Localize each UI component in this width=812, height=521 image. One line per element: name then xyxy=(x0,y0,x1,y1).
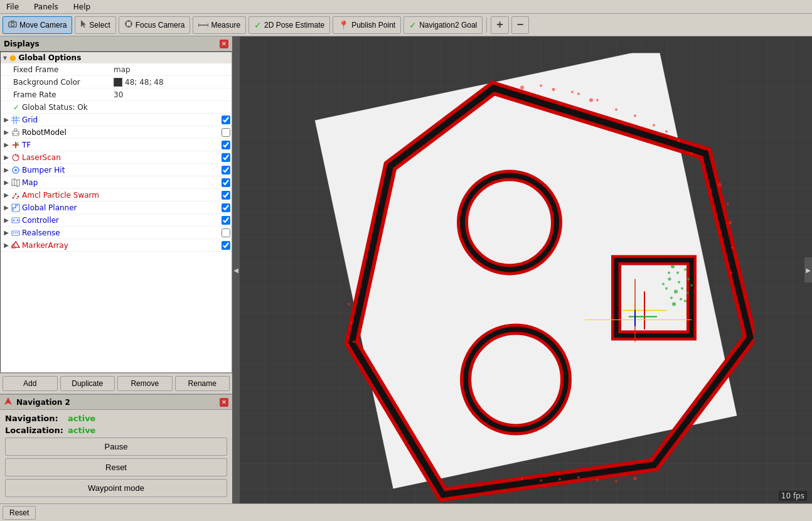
minus-button[interactable]: − xyxy=(511,16,530,34)
svg-point-104 xyxy=(634,114,636,117)
map-item[interactable]: ▶ Map xyxy=(1,176,232,189)
rename-button[interactable]: Rename xyxy=(175,376,230,391)
svg-point-87 xyxy=(729,221,732,224)
robot-model-item[interactable]: ▶ RobotModel xyxy=(1,126,232,139)
menu-panels[interactable]: Panels xyxy=(30,1,62,13)
nav-close-button[interactable]: ✕ xyxy=(220,398,228,407)
svg-point-79 xyxy=(684,299,686,302)
tf-checkbox[interactable] xyxy=(222,141,230,149)
2d-pose-label: 2D Pose Estimate xyxy=(264,21,324,30)
realsense-expand[interactable]: ▶ xyxy=(2,228,11,237)
navigation-status: active xyxy=(68,414,95,423)
measure-label: Measure xyxy=(211,21,240,30)
menu-help[interactable]: Help xyxy=(70,1,94,13)
publish-point-button[interactable]: 📍 Publish Point xyxy=(333,16,401,34)
global-planner-checkbox[interactable] xyxy=(222,203,230,212)
add-button[interactable]: Add xyxy=(3,376,58,391)
grid-icon xyxy=(11,115,21,125)
pause-button[interactable]: Pause xyxy=(5,438,227,456)
controller-checkbox[interactable] xyxy=(222,216,230,225)
svg-point-68 xyxy=(674,289,678,293)
menu-file[interactable]: File xyxy=(3,1,23,13)
measure-button[interactable]: Measure xyxy=(193,16,246,34)
focus-camera-button[interactable]: Focus Camera xyxy=(119,16,191,34)
svg-point-92 xyxy=(596,478,599,481)
svg-point-93 xyxy=(577,476,580,478)
svg-point-99 xyxy=(353,340,355,343)
marker-array-item[interactable]: ▶ MarkerArray xyxy=(1,239,232,252)
robot-model-checkbox[interactable] xyxy=(222,128,230,137)
bumper-hit-checkbox[interactable] xyxy=(222,166,230,175)
amcl-expand[interactable]: ▶ xyxy=(2,191,11,200)
global-status-check: ✓ xyxy=(13,103,19,112)
amcl-item[interactable]: ▶ Amcl Particle Swarm xyxy=(1,189,232,201)
left-collapse-button[interactable]: ◀ xyxy=(232,36,240,503)
map-expand[interactable]: ▶ xyxy=(2,178,11,187)
displays-tree[interactable]: ▾ ● Global Options Fixed Frame map Backg… xyxy=(0,51,232,373)
grid-item[interactable]: ▶ Grid xyxy=(1,114,232,126)
svg-point-90 xyxy=(633,476,637,480)
localization-label: Localization: xyxy=(5,426,68,435)
nav-content: Navigation: active Localization: active … xyxy=(0,410,232,503)
controller-item[interactable]: ▶ Controller xyxy=(1,214,232,227)
publish-point-label: Publish Point xyxy=(351,21,395,30)
displays-title: Displays xyxy=(4,40,40,48)
waypoint-button[interactable]: Waypoint mode xyxy=(5,479,227,497)
tf-expand[interactable]: ▶ xyxy=(2,141,11,149)
laser-expand[interactable]: ▶ xyxy=(2,153,11,162)
svg-point-78 xyxy=(668,271,670,274)
plus-button[interactable]: + xyxy=(491,16,509,34)
robot-expand[interactable]: ▶ xyxy=(2,128,11,137)
svg-point-96 xyxy=(521,477,523,480)
controller-expand[interactable]: ▶ xyxy=(2,216,11,225)
map-checkbox[interactable] xyxy=(222,178,230,187)
realsense-checkbox[interactable] xyxy=(222,228,230,237)
svg-point-85 xyxy=(718,183,722,186)
svg-point-33 xyxy=(14,195,15,196)
global-planner-expand[interactable]: ▶ xyxy=(2,203,11,212)
global-options-dot: ● xyxy=(9,53,16,62)
svg-point-34 xyxy=(16,198,18,199)
marker-expand[interactable]: ▶ xyxy=(2,241,11,250)
laser-scan-item[interactable]: ▶ LaserScan xyxy=(1,151,232,164)
amcl-checkbox[interactable] xyxy=(222,191,230,200)
nav2-goal-button[interactable]: ✓ Navigation2 Goal xyxy=(403,16,483,34)
remove-button[interactable]: Remove xyxy=(117,376,173,391)
background-color-value: 48; 48; 48 xyxy=(114,78,164,87)
bumper-hit-item[interactable]: ▶ Bumper Hit xyxy=(1,164,232,176)
amcl-icon xyxy=(11,190,21,200)
svg-point-77 xyxy=(662,282,665,285)
svg-point-32 xyxy=(18,195,19,197)
duplicate-button[interactable]: Duplicate xyxy=(60,376,115,391)
select-button[interactable]: Select xyxy=(75,16,115,34)
bumper-hit-label: Bumper Hit xyxy=(22,166,222,175)
grid-expand[interactable]: ▶ xyxy=(2,115,11,124)
main-area: Displays ✕ ▾ ● Global Options Fixed Fram… xyxy=(0,36,812,503)
marker-array-checkbox[interactable] xyxy=(222,241,230,250)
background-color-label: Background Color xyxy=(13,78,114,87)
viewport[interactable]: 10 fps ▶ xyxy=(240,36,812,503)
map-label: Map xyxy=(22,178,222,187)
global-options-header[interactable]: ▾ ● Global Options xyxy=(1,52,232,63)
grid-checkbox[interactable] xyxy=(222,115,230,124)
reset-nav-button[interactable]: Reset xyxy=(5,458,227,476)
svg-marker-2 xyxy=(81,20,86,28)
camera-icon xyxy=(8,20,17,30)
focus-icon xyxy=(124,19,133,30)
amcl-label: Amcl Particle Swarm xyxy=(22,191,222,200)
global-status-label: Global Status: Ok xyxy=(22,103,88,112)
tf-icon xyxy=(11,140,21,150)
tf-item[interactable]: ▶ TF xyxy=(1,139,232,151)
laser-scan-checkbox[interactable] xyxy=(222,153,230,162)
bottom-reset-button[interactable]: Reset xyxy=(3,506,36,520)
localization-status: active xyxy=(68,426,95,435)
realsense-item[interactable]: ▶ Realsense xyxy=(1,227,232,239)
move-camera-button[interactable]: Move Camera xyxy=(3,16,72,34)
color-swatch[interactable] xyxy=(114,78,122,87)
displays-close-button[interactable]: ✕ xyxy=(220,40,228,48)
right-collapse-button[interactable]: ▶ xyxy=(804,257,812,282)
svg-point-88 xyxy=(731,246,734,249)
2d-pose-button[interactable]: ✓ 2D Pose Estimate xyxy=(248,16,330,34)
bumper-expand[interactable]: ▶ xyxy=(2,166,11,175)
global-planner-item[interactable]: ▶ Global Planner xyxy=(1,201,232,214)
